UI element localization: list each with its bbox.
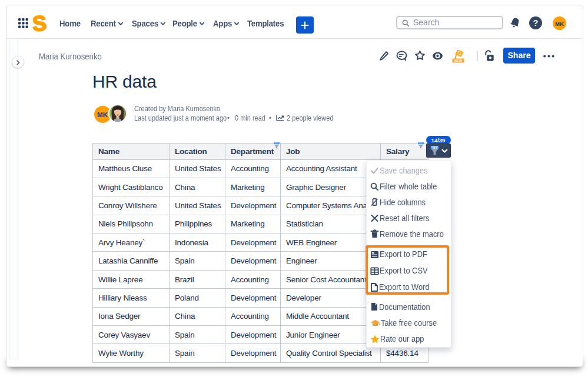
svg-text:NEW: NEW	[454, 59, 463, 62]
